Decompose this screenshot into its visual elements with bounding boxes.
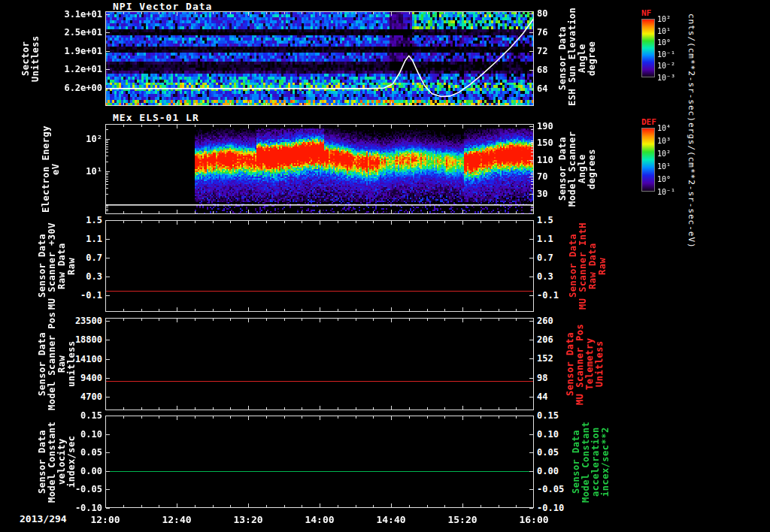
x-tick-mark (391, 503, 392, 507)
model-constant-left-axis-label: Sensor DataModel Constantvelocityindex/s… (38, 416, 77, 508)
y-tick-label: 260 (537, 316, 553, 326)
npi-right-axis-label: Sensor DataESH Sun ElevationAngledegree (558, 11, 597, 106)
sddas-multipanel-display: NPI Vector Data MEx ELS-01 LR 2013/294 N… (0, 0, 770, 532)
model-constant-plot-frame (105, 416, 534, 508)
x-tick-mark (195, 407, 196, 410)
axis-label-line: index/sec (67, 416, 77, 508)
x-tick-mark (356, 309, 356, 311)
y-tick-label: 98 (537, 373, 547, 383)
x-tick-mark (356, 103, 356, 105)
x-tick-mark (444, 125, 445, 127)
x-tick-mark (462, 406, 463, 410)
x-tick-mark (320, 503, 320, 507)
y-minor-tick (531, 152, 533, 153)
x-tick-mark (284, 416, 285, 419)
x-tick-mark (159, 416, 159, 419)
time-tick-label: 12:00 (83, 514, 128, 525)
y-tick-mark (106, 489, 110, 490)
x-tick-mark (480, 221, 481, 223)
x-tick-mark (356, 211, 356, 213)
y-tick-mark (106, 359, 110, 360)
x-tick-mark (373, 12, 374, 14)
x-tick-mark (213, 407, 214, 410)
x-tick-mark (213, 505, 214, 507)
x-tick-mark (427, 103, 428, 105)
y-tick-mark (106, 378, 110, 379)
x-tick-mark (516, 407, 517, 410)
x-tick-mark (302, 416, 302, 419)
y-minor-tick (531, 149, 533, 150)
y-tick-mark (529, 471, 533, 472)
x-tick-mark (230, 309, 231, 311)
colorbar-tick-label: 10⁻² (657, 62, 675, 70)
x-tick-mark (248, 416, 249, 420)
y-minor-tick (531, 210, 533, 211)
y-tick-mark (106, 14, 110, 15)
x-tick-mark (427, 125, 428, 127)
x-tick-mark (499, 211, 499, 213)
x-tick-mark (320, 101, 320, 105)
x-tick-mark (248, 503, 249, 507)
x-tick-mark (141, 221, 142, 223)
y-tick-mark (106, 452, 110, 453)
x-tick-mark (409, 309, 410, 311)
y-minor-tick (531, 142, 533, 143)
y-minor-tick (531, 174, 533, 175)
x-tick-mark (373, 211, 374, 213)
x-tick-mark (284, 505, 285, 507)
x-tick-mark (320, 319, 320, 322)
colorbar-tick-label: 10⁻¹ (657, 188, 675, 196)
x-tick-mark (320, 416, 320, 420)
mu-scanner-30v-plot-frame (105, 220, 534, 312)
x-tick-mark (320, 307, 320, 311)
x-tick-mark (159, 103, 159, 105)
y-tick-label: 76 (537, 27, 547, 38)
x-tick-mark (391, 210, 392, 213)
x-tick-mark (159, 125, 159, 127)
x-tick-mark (409, 319, 410, 321)
y-tick-label: 0.05 (537, 447, 559, 458)
y-minor-tick (106, 174, 108, 175)
y-tick-mark (529, 258, 533, 258)
y-tick-mark (529, 70, 533, 71)
y-tick-mark (106, 220, 110, 221)
x-tick-mark (499, 319, 499, 321)
y-tick-mark (106, 277, 110, 277)
y-tick-label: 190 (537, 121, 553, 131)
y-tick-label: -0.1 (537, 290, 559, 301)
x-tick-mark (248, 101, 249, 105)
x-tick-mark (409, 221, 410, 223)
x-tick-mark (177, 101, 177, 105)
x-tick-mark (266, 407, 267, 410)
y-tick-label: 3.1e+01 (59, 9, 102, 20)
x-tick-mark (141, 103, 142, 105)
y-tick-label: 68 (537, 65, 547, 75)
y-minor-tick (106, 129, 108, 130)
colorbar-tick-label: 10¹ (657, 162, 671, 171)
time-tick-label: 14:00 (297, 514, 342, 525)
y-tick-mark (106, 171, 110, 172)
x-tick-mark (248, 210, 249, 213)
x-tick-mark (499, 12, 499, 14)
x-tick-mark (284, 125, 285, 127)
x-tick-mark (409, 125, 410, 127)
x-tick-mark (230, 221, 231, 223)
x-tick-mark (248, 319, 249, 322)
x-tick-mark (409, 416, 410, 419)
y-minor-tick (106, 162, 108, 162)
y-tick-mark (529, 14, 533, 14)
y-tick-mark (106, 321, 110, 322)
x-tick-mark (444, 103, 445, 105)
x-tick-mark (338, 309, 338, 311)
x-tick-mark (177, 12, 177, 16)
x-tick-mark (230, 505, 231, 507)
x-tick-mark (373, 416, 374, 419)
x-tick-mark (302, 221, 302, 223)
x-tick-mark (373, 407, 374, 410)
x-tick-mark (462, 319, 463, 322)
x-tick-mark (373, 309, 374, 311)
axis-label-line: degree (587, 11, 597, 106)
x-tick-mark (480, 12, 481, 14)
x-tick-mark (499, 309, 499, 311)
x-tick-mark (230, 211, 231, 213)
